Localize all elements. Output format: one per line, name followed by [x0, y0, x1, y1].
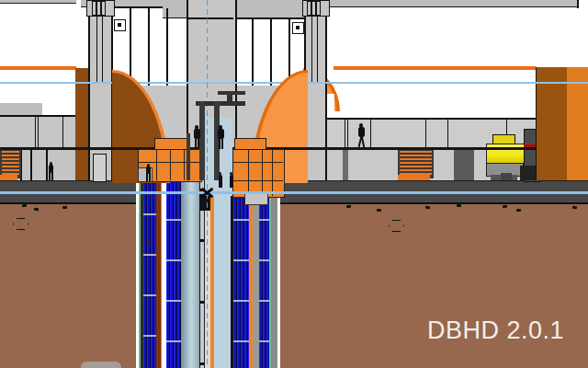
person-figure — [144, 164, 153, 181]
stair-tower-door — [93, 154, 107, 182]
roof-band-far-left — [0, 0, 76, 4]
wall-seam — [447, 120, 448, 149]
shaft-edge-line-right — [277, 180, 280, 368]
louver-base-right — [398, 175, 430, 180]
surface-mark — [457, 204, 461, 207]
collar-gray-box-right — [244, 192, 268, 205]
wall-seam — [30, 150, 32, 180]
surface-mark — [425, 206, 430, 209]
surface-mark — [503, 205, 507, 208]
collar-seam — [156, 149, 157, 180]
pipe-bundle-inner-right — [233, 180, 249, 368]
vertical-centerline — [207, 0, 209, 364]
collar-joint-line — [232, 180, 283, 181]
collar-seam — [184, 149, 185, 180]
shaft-water-column — [214, 180, 231, 368]
pipe-bundle-outer-left — [143, 175, 156, 368]
center-tower-beam-line — [187, 17, 233, 19]
bottom-overlay-blob — [81, 362, 121, 368]
surface-mark — [516, 209, 521, 212]
louver-base-left — [0, 175, 17, 180]
collar-joint-line — [232, 162, 283, 163]
person-figure — [47, 162, 55, 180]
shaft-wall-gradient-column — [181, 180, 199, 368]
window-mullion — [252, 19, 254, 89]
collar-seam — [262, 149, 263, 196]
wall-seam — [425, 120, 426, 149]
shaft-gray-liner-right — [253, 180, 259, 368]
person-figure — [217, 172, 224, 188]
surface-mark — [377, 209, 381, 212]
collar-seam — [248, 149, 249, 196]
shaft-casing-right — [271, 180, 277, 368]
person-figure — [216, 125, 226, 149]
wall-seam — [38, 117, 39, 147]
orange-level-line-left — [0, 66, 76, 70]
cap-fin — [316, 1, 321, 16]
pipe-bundle-outer-right — [259, 180, 269, 368]
vehicle-notch — [501, 173, 512, 180]
person-figure — [228, 172, 235, 188]
window-mullion — [166, 8, 168, 86]
wall-pilaster — [454, 149, 474, 180]
wall-seam — [347, 120, 348, 149]
stair-tower-right-shaft-line — [311, 15, 318, 83]
blue-level-line-ground — [0, 191, 588, 194]
window-mullion — [148, 8, 150, 86]
cap-fin — [101, 1, 106, 16]
watermark-title: DBHD 2.0.1 — [427, 316, 564, 345]
dbhd-cross-section-drawing: DBHD 2.0.1 — [0, 0, 588, 368]
surface-mark — [572, 206, 577, 209]
wall-seam — [62, 117, 63, 147]
collar-joint-line — [138, 162, 200, 163]
stair-tower-left-shaft-line — [96, 15, 103, 83]
collar-seam — [272, 149, 273, 196]
centerline-cross-marker — [199, 186, 215, 199]
gantry-post-outer — [187, 133, 190, 180]
surface-mark — [34, 208, 39, 211]
wall-seam — [35, 117, 36, 147]
cut-wall-column-right — [536, 67, 569, 180]
wall-pilaster — [343, 149, 348, 180]
ornament-square-inner — [296, 26, 300, 29]
walking-person-figure — [356, 123, 367, 147]
red-detail-dot — [147, 240, 149, 242]
surface-mark — [62, 206, 67, 209]
roof-band-end-post — [577, 0, 579, 8]
collar-seam — [170, 149, 171, 180]
facade-strip-far-right — [567, 67, 588, 180]
ornament-square-inner — [118, 23, 121, 27]
pipe-bundle-inner-left — [166, 180, 181, 368]
wall-seam — [345, 120, 345, 149]
window-mullion — [130, 8, 131, 86]
wall-seam — [370, 120, 371, 149]
surface-mark — [346, 205, 351, 208]
person-figure — [192, 125, 202, 149]
orange-level-line-right — [334, 66, 536, 70]
window-mullion — [270, 19, 272, 89]
